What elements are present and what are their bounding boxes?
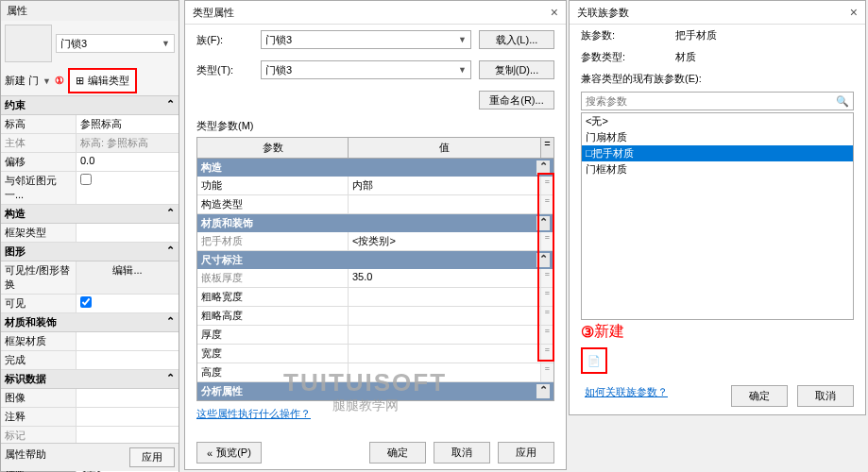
properties-panel: 属性 门锁3 ▼ 新建 门 ▼ ① ⊞ 编辑类型 约束⌃ 标高参照标高 主体标高… [0,0,179,472]
width-key: 宽度 [197,345,349,362]
properties-help-link[interactable]: 属性帮助 [5,447,46,467]
dialog-title: 类型属性 [193,6,234,20]
visible-key: 可见 [1,295,77,312]
comment-value[interactable] [77,408,179,426]
thick-value[interactable] [349,326,540,344]
cat-analytic[interactable]: 分析属性⌃ [197,382,553,400]
list-item[interactable]: 门框材质 [582,161,853,177]
function-key: 功能 [197,177,349,194]
search-input-box[interactable]: 🔍 [581,92,854,110]
load-button[interactable]: 载入(L)... [479,30,554,49]
rename-button[interactable]: 重命名(R)... [479,91,554,110]
visible-value[interactable] [77,295,179,312]
param-list[interactable]: <无> 门扇材质 □把手材质 门框材质 [581,112,854,320]
ctype-value[interactable] [349,195,540,213]
vis-edit-button[interactable]: 编辑... [77,261,179,294]
visible-checkbox[interactable] [80,296,92,308]
cancel-button[interactable]: 取消 [797,385,854,407]
chevron-down-icon: ▼ [162,39,170,48]
apply-button[interactable]: 应用 [498,442,554,464]
cancel-button[interactable]: 取消 [434,442,490,464]
analytic-key: 分析构造 [197,400,349,401]
list-item-selected[interactable]: □把手材质 [582,145,853,161]
edit-type-icon: ⊞ [76,75,84,87]
list-item[interactable]: <无> [582,113,853,129]
category-constraint[interactable]: 约束⌃ [1,96,179,115]
col-value-header: 值 [349,138,540,158]
col-assoc-header: = [540,138,553,158]
frametype-value[interactable] [77,224,179,242]
apply-button[interactable]: 应用 [129,447,175,467]
rh-value[interactable] [349,307,540,325]
type-label: 类型(T): [196,63,253,77]
close-icon[interactable]: × [850,5,858,20]
cat-dimension[interactable]: 尺寸标注⌃ [197,251,553,269]
category-material[interactable]: 材质和装饰⌃ [1,313,179,332]
width-value[interactable] [349,345,540,362]
type-params-label: 类型参数(M) [185,115,566,137]
type-properties-dialog: 类型属性 × 族(F): 门锁3▼ 载入(L)... 类型(T): 门锁3▼ 复… [184,0,567,470]
frametype-key: 框架类型 [1,224,77,242]
search-input[interactable] [586,95,836,107]
search-icon[interactable]: 🔍 [836,95,849,108]
type-name: 门锁3 [60,37,87,51]
new-instance-label: 新建 门 [5,74,39,88]
copy-button[interactable]: 复制(D)... [479,60,554,79]
close-icon[interactable]: × [551,5,558,20]
assoc-cell[interactable]: = [540,363,553,381]
ctype-key: 构造类型 [197,195,349,213]
function-value[interactable]: 内部 [349,177,540,194]
level-key: 标高 [1,115,77,133]
cat-construction[interactable]: 构造⌃ [197,159,553,177]
framemat-key: 框架材质 [1,332,77,350]
offset-key: 偏移 [1,153,77,171]
height-key: 高度 [197,363,349,381]
ok-button[interactable]: 确定 [731,385,788,407]
ptype-label: 参数类型: [581,50,675,64]
inset-key: 嵌板厚度 [197,269,349,287]
framemat-value[interactable] [77,332,179,350]
list-item[interactable]: 门扇材质 [582,129,853,145]
handlemat-key: 把手材质 [197,232,349,250]
assoc-cell[interactable]: = [540,400,553,401]
annotation-3: ③ [581,323,594,341]
level-value[interactable]: 参照标高 [77,115,179,133]
help-link[interactable]: 这些属性执行什么操作？ [185,401,322,427]
rh-key: 粗略高度 [197,307,349,325]
new-param-button[interactable]: 📄 [581,347,607,374]
category-construction[interactable]: 构造⌃ [1,205,179,224]
edit-type-label: 编辑类型 [88,74,129,88]
type-combo[interactable]: 门锁3▼ [261,60,471,79]
thick-key: 厚度 [197,326,349,344]
ok-button[interactable]: 确定 [369,442,426,464]
cat-material[interactable]: 材质和装饰⌃ [197,214,553,232]
offset-value[interactable]: 0.0 [77,153,179,171]
analytic-value[interactable]: <无> [349,400,540,401]
family-label: 族(F): [196,33,253,47]
category-identity[interactable]: 标识数据⌃ [1,370,179,389]
near-value[interactable] [77,172,179,204]
rw-value[interactable] [349,288,540,306]
chevron-down-icon[interactable]: ▼ [43,76,51,86]
inset-value[interactable]: 35.0 [349,269,540,287]
handlemat-value[interactable]: <按类别> [349,232,540,250]
family-combo[interactable]: 门锁3▼ [261,30,471,49]
param-label: 族参数: [581,28,675,42]
ptype-value: 材质 [675,50,696,64]
image-value[interactable] [77,389,179,407]
edit-type-button[interactable]: ⊞ 编辑类型 [68,68,137,93]
category-graphics[interactable]: 图形⌃ [1,243,179,261]
image-key: 图像 [1,389,77,407]
help-link[interactable]: 如何关联族参数？ [573,379,679,405]
vis-key: 可见性/图形替换 [1,261,77,294]
type-preview-image [5,25,52,62]
height-value[interactable] [349,363,540,381]
dialog-title: 关联族参数 [577,6,629,20]
finish-value[interactable] [77,351,179,369]
col-param-header: 参数 [197,138,349,158]
compat-label: 兼容类型的现有族参数(E): [581,72,702,86]
near-checkbox[interactable] [80,174,92,185]
near-key: 与邻近图元一... [1,172,77,204]
properties-title: 属性 [1,1,179,21]
type-selector-dropdown[interactable]: 门锁3 ▼ [56,34,175,53]
